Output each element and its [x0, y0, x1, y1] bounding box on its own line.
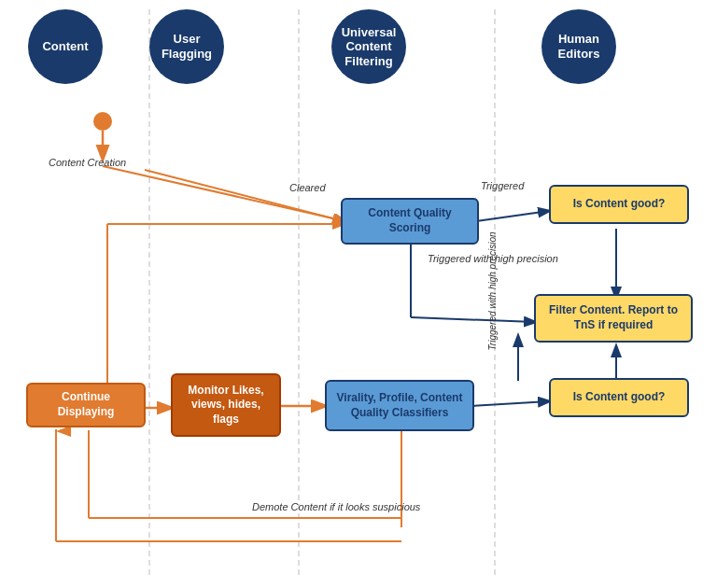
- is-content-good-bottom-box: Is Content good?: [549, 378, 689, 417]
- start-dot: [93, 112, 112, 131]
- diagram: Content User Flagging Universal Content …: [0, 0, 717, 588]
- content-circle: Content: [28, 9, 103, 84]
- column-user-flagging: User Flagging: [149, 9, 224, 84]
- monitor-likes-box: Monitor Likes, views, hides, flags: [171, 373, 281, 437]
- ucf-circle: Universal Content Filtering: [331, 9, 406, 84]
- svg-line-11: [471, 401, 549, 406]
- is-content-good-top-box: Is Content good?: [549, 185, 689, 224]
- column-human-editors: Human Editors: [541, 9, 616, 84]
- triggered-top-label: Triggered: [481, 180, 524, 191]
- column-ucf: Universal Content Filtering: [331, 9, 406, 84]
- svg-line-10: [411, 317, 535, 322]
- demote-content-label: Demote Content if it looks suspicious: [252, 501, 420, 512]
- user-flagging-circle: User Flagging: [149, 9, 224, 84]
- svg-line-7: [476, 211, 549, 221]
- continue-displaying-box: Continue Displaying: [26, 383, 146, 427]
- triggered-high-precision-side-label: Triggered with high precision: [487, 231, 498, 350]
- column-content: Content: [28, 9, 103, 84]
- content-creation-label: Content Creation: [49, 157, 126, 168]
- content-quality-scoring-box: Content Quality Scoring: [341, 198, 479, 245]
- human-editors-circle: Human Editors: [541, 9, 616, 84]
- virality-classifiers-box: Virality, Profile, Content Quality Class…: [325, 380, 474, 431]
- svg-line-6: [145, 170, 344, 221]
- filter-content-box: Filter Content. Report to TnS if require…: [534, 294, 693, 343]
- cleared-label: Cleared: [289, 182, 326, 193]
